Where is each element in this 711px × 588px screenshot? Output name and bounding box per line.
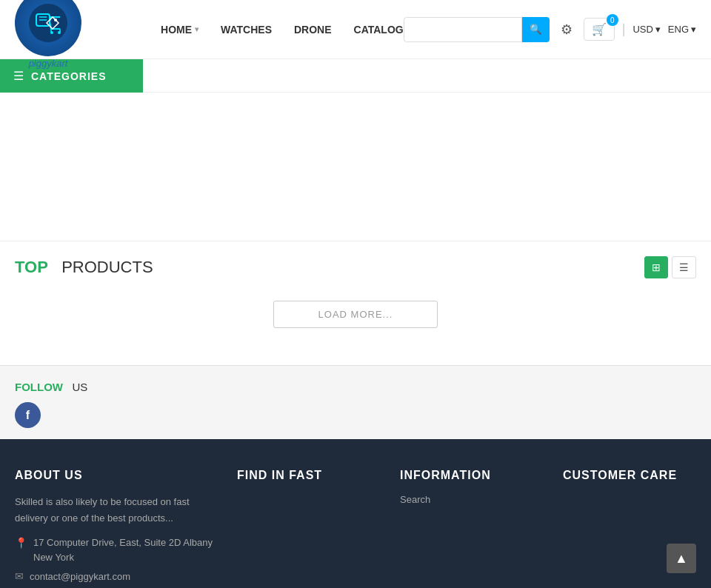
svg-point-8	[54, 19, 57, 21]
settings-button[interactable]: ⚙	[557, 18, 576, 41]
grid-view-button[interactable]: ⊞	[644, 256, 668, 278]
search-container: 🔍	[404, 17, 550, 42]
main-content-area	[0, 93, 711, 241]
address-text: 17 Computer Drive, East, Suite 2D Albany…	[33, 535, 222, 564]
menu-icon: ☰	[13, 69, 24, 83]
currency-arrow: ▾	[655, 24, 661, 35]
footer-information: INFORMATION Search	[400, 469, 548, 582]
cart-icon: 🛒	[592, 22, 607, 36]
cart-count: 0	[607, 14, 618, 26]
home-dropdown-arrow: ▾	[195, 25, 198, 33]
svg-point-7	[58, 31, 61, 34]
nav-catalog[interactable]: CATALOG	[354, 24, 404, 36]
gear-icon: ⚙	[561, 22, 573, 37]
nav-watches[interactable]: WATCHES	[221, 24, 272, 36]
footer-customer-care: CUSTOMER CARE	[563, 469, 696, 582]
logo-area: piggykart	[15, 0, 146, 69]
top-products-header: TOP PRODUCTS ⊞ ☰	[15, 256, 696, 278]
facebook-button[interactable]: f	[15, 402, 41, 428]
email-icon: ✉	[15, 570, 24, 582]
language-selector[interactable]: ENG ▾	[668, 24, 696, 35]
search-link[interactable]: Search	[400, 494, 548, 505]
footer-address: 📍 17 Computer Drive, East, Suite 2D Alba…	[15, 535, 222, 564]
logo-svg	[29, 4, 67, 42]
svg-point-0	[29, 4, 67, 42]
follow-us-section: FOLLOW US f	[0, 365, 711, 439]
footer-grid: ABOUT US Skilled is also likely to be fo…	[15, 469, 696, 582]
load-more-button[interactable]: LOAD MORE...	[273, 301, 438, 328]
us-label: US	[73, 381, 88, 393]
currency-selector[interactable]: USD ▾	[632, 24, 660, 35]
divider: |	[622, 21, 626, 37]
header: piggykart HOME ▾ WATCHES DRONE CATALOG 🔍…	[0, 0, 711, 59]
main-nav: HOME ▾ WATCHES DRONE CATALOG	[146, 24, 404, 36]
top-products-title: TOP PRODUCTS	[15, 258, 153, 277]
cart-button[interactable]: 🛒 0	[584, 18, 615, 41]
location-icon: 📍	[15, 535, 27, 551]
email-text: contact@piggykart.com	[30, 571, 130, 582]
load-more-container: LOAD MORE...	[15, 293, 696, 343]
search-input[interactable]	[404, 17, 522, 42]
list-icon: ☰	[679, 261, 689, 273]
currency-label: USD	[632, 24, 652, 35]
grid-icon: ⊞	[652, 261, 661, 273]
information-heading: INFORMATION	[400, 469, 548, 482]
footer: ABOUT US Skilled is also likely to be fo…	[0, 439, 711, 588]
search-icon: 🔍	[530, 24, 542, 35]
about-us-heading: ABOUT US	[15, 469, 222, 482]
footer-about-us: ABOUT US Skilled is also likely to be fo…	[15, 469, 222, 582]
find-in-fast-heading: FIND IN FAST	[237, 469, 385, 482]
products-label: PRODUCTS	[61, 258, 153, 276]
language-arrow: ▾	[691, 24, 696, 35]
categories-label: CATEGORIES	[31, 70, 107, 82]
top-products-section: TOP PRODUCTS ⊞ ☰ LOAD MORE...	[0, 241, 711, 365]
follow-us-heading: FOLLOW US	[15, 381, 696, 393]
footer-find-in-fast: FIND IN FAST	[237, 469, 385, 582]
language-label: ENG	[668, 24, 689, 35]
nav-drone[interactable]: DRONE	[294, 24, 332, 36]
follow-label: FOLLOW	[15, 381, 63, 393]
facebook-icon: f	[26, 409, 30, 422]
nav-home[interactable]: HOME ▾	[161, 24, 198, 36]
svg-point-6	[50, 31, 53, 34]
customer-care-heading: CUSTOMER CARE	[563, 469, 696, 482]
list-view-button[interactable]: ☰	[672, 256, 696, 278]
footer-email: ✉ contact@piggykart.com	[15, 570, 222, 582]
logo-text: piggykart	[29, 58, 68, 69]
top-label: TOP	[15, 258, 48, 276]
header-controls: 🔍 ⚙ 🛒 0 | USD ▾ ENG ▾	[404, 17, 696, 42]
view-toggle: ⊞ ☰	[644, 256, 696, 278]
about-us-description: Skilled is also likely to be focused on …	[15, 494, 222, 527]
logo-image	[15, 0, 81, 56]
search-button[interactable]: 🔍	[522, 17, 550, 42]
